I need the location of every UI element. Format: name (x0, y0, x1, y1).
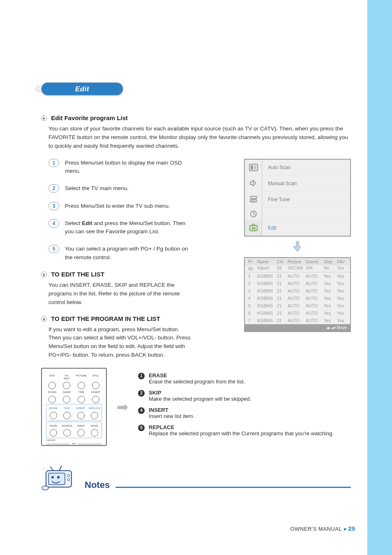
td: KGBMS (257, 311, 275, 316)
td: 2 (248, 281, 256, 286)
remote-button (77, 429, 85, 437)
osd-item-label[interactable]: Manual Scan (262, 175, 350, 191)
remote-btn-label: PG INFO (60, 374, 73, 380)
td: AUTO (288, 288, 304, 293)
table-header: Pr Name CH Picture Sound Skip FAV (245, 258, 350, 265)
td: Yes (337, 303, 348, 308)
action-title: SKIP (149, 390, 251, 396)
step-text: Press Menu/Set to enter the TV sub menu. (65, 202, 170, 210)
table-row: 4KGBMS21AUTOAUTOYesYes (245, 295, 350, 302)
notes-rule (115, 487, 351, 488)
svg-line-10 (254, 214, 255, 215)
action-item: 4 INSERT Insert new list item. (138, 407, 334, 419)
td: 21 (277, 274, 286, 279)
action-desc: Make the selected program will be skippe… (149, 396, 251, 402)
td: KGBMS (257, 274, 275, 279)
td: AUTO (306, 296, 322, 301)
osd-row: Manual Scan (245, 175, 350, 191)
remote-btn-label: TIME (75, 391, 88, 394)
remote-btn-label: SOUND (46, 391, 58, 394)
remote-button (48, 382, 56, 389)
action-desc: Erase the selected program from the list… (149, 379, 245, 385)
remote-pip-separator: PIP (46, 443, 102, 445)
step: 1 Press Menu/set button to display the m… (48, 159, 193, 176)
table-row: 6KGBMS21AUTOAUTOYesYes (245, 309, 350, 317)
edit-list-body: You can INSERT, ERASE, SKIP and REPLACE … (48, 281, 193, 307)
step-number-badge: 5 (48, 245, 59, 253)
action-title: REPLACE (149, 424, 334, 430)
tsh: Yes (337, 265, 348, 270)
notes-label: Notes (85, 480, 110, 490)
step-text: You can select a program with PG+ / Pg b… (65, 245, 193, 262)
osd-menu: Auto Scan Manual Scan Fine Tune (244, 159, 351, 237)
osd-item-label[interactable]: Fine Tune (262, 191, 350, 207)
steps-column: 1 Press Menu/set button to display the m… (41, 159, 193, 360)
remote-btn-label: SKIP (61, 407, 73, 410)
remote-highlight-box-edit: ERASE SKIP INSERT REPLACE (46, 404, 102, 421)
remote-btn-label: MTS (46, 374, 58, 380)
td: 21 (277, 318, 286, 323)
step-number-badge: 3 (48, 202, 59, 210)
arrow-bullet-icon (41, 272, 47, 277)
td: AUTO (288, 281, 304, 286)
td: 21 (277, 311, 286, 316)
td: AUTO (288, 311, 304, 316)
td: AUTO (306, 288, 322, 293)
notes-row: ♪ Notes (41, 465, 351, 491)
tsh: gg (248, 265, 256, 270)
intro-title: Edit Favorite program List (41, 114, 351, 121)
footer-owners-manual: OWNER'S MANUAL (290, 526, 342, 532)
table-row: 7KGBMS21AUTOAUTOYesYes (245, 317, 350, 324)
remote-btn-label: REPLACE (88, 407, 101, 410)
intro-title-text: Edit Favorite program List (51, 114, 128, 121)
step: 4 Select Edit and press the Menu/Set but… (48, 219, 193, 236)
remote-button (63, 396, 70, 403)
remote-button (91, 412, 98, 419)
osd-item-label[interactable]: Edit (262, 220, 350, 236)
action-item: 1 ERASE Erase the selected program from … (138, 372, 334, 385)
remote-btn-label: ERASE (47, 407, 60, 410)
action-title: INSERT (149, 407, 194, 413)
table-row: 2KGBMS21AUTOAUTOYesYes (245, 280, 350, 287)
remote-label-row: SOUND SLEEP TIME DIGEST (46, 391, 102, 394)
remote-btn-label: SWAP (75, 425, 87, 427)
td: Yes (337, 318, 348, 323)
table-row: 3KGBMS21AUTOAUTOYesYes (245, 287, 350, 295)
osd-item-label[interactable]: Auto Scan (262, 160, 350, 175)
td: KGBMS (257, 296, 275, 301)
th: CH (277, 259, 286, 264)
td: 5 (248, 303, 256, 308)
td: 3 (248, 288, 256, 293)
svg-text:♪: ♪ (43, 466, 45, 471)
svg-point-19 (42, 486, 48, 490)
td: Yes (324, 296, 335, 301)
step-text: Select the TV main menu. (65, 184, 129, 193)
td: Yes (324, 274, 335, 279)
step-number-badge: 4 (48, 219, 59, 228)
content-area: Edit Edit Favorite program List You can … (41, 82, 351, 491)
edit-list-title: TO EDIT THE LIST (41, 271, 193, 278)
action-number-badge: 5 (138, 425, 145, 431)
osd-row: Auto Scan (245, 160, 350, 175)
remote-btn-label: SOURCE (61, 425, 73, 427)
remote-btn-label: INSERT (75, 407, 87, 410)
action-desc: Replace the selected program with the Cu… (149, 430, 334, 437)
remote-button-row (46, 395, 102, 403)
th: Picture (288, 259, 304, 264)
intro-body: You can store of your favorite channels … (48, 125, 351, 151)
remote-button (63, 412, 71, 419)
footer-dot: ● (344, 526, 348, 532)
side-blue-bar (367, 0, 392, 555)
steps-list: 1 Press Menu/set button to display the m… (48, 159, 193, 262)
svg-rect-1 (251, 165, 253, 170)
action-number-badge: 4 (138, 407, 145, 414)
remote-button-row (46, 381, 102, 389)
remote-btn-label: MOVE (88, 425, 101, 427)
tsh: D/K (306, 265, 322, 270)
td: KGBMS (257, 303, 275, 308)
svg-rect-3 (250, 196, 257, 198)
step: 2 Select the TV main menu. (48, 184, 193, 193)
section-heading-wrap: Edit (41, 82, 351, 98)
osd-tv-icon: TV (245, 220, 262, 236)
th: Sound (306, 259, 322, 264)
